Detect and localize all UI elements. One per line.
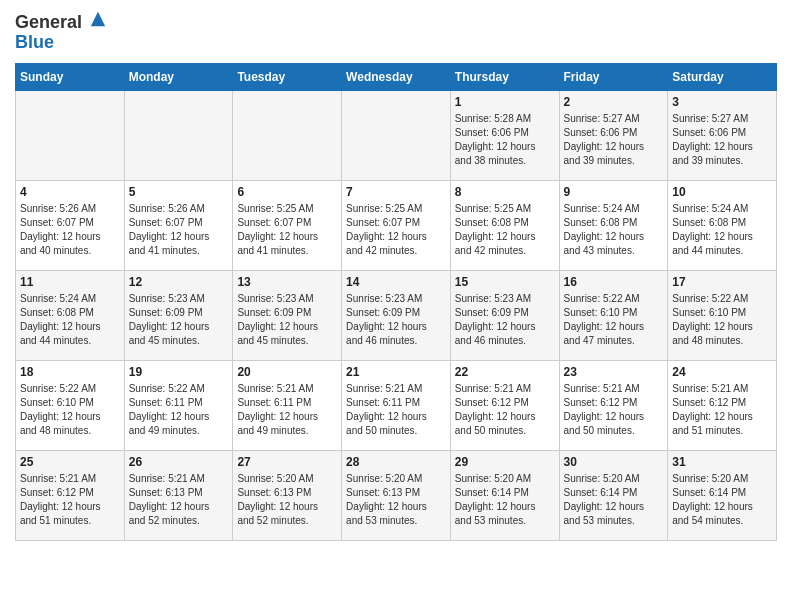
- calendar-cell: 17Sunrise: 5:22 AM Sunset: 6:10 PM Dayli…: [668, 270, 777, 360]
- calendar-cell: 10Sunrise: 5:24 AM Sunset: 6:08 PM Dayli…: [668, 180, 777, 270]
- day-number: 22: [455, 365, 555, 379]
- calendar-cell: 29Sunrise: 5:20 AM Sunset: 6:14 PM Dayli…: [450, 450, 559, 540]
- logo-blue: Blue: [15, 32, 54, 52]
- week-row-1: 1Sunrise: 5:28 AM Sunset: 6:06 PM Daylig…: [16, 90, 777, 180]
- logo: General Blue: [15, 10, 107, 53]
- day-info: Sunrise: 5:20 AM Sunset: 6:14 PM Dayligh…: [564, 472, 664, 528]
- day-info: Sunrise: 5:28 AM Sunset: 6:06 PM Dayligh…: [455, 112, 555, 168]
- header: General Blue: [15, 10, 777, 53]
- day-number: 19: [129, 365, 229, 379]
- day-number: 13: [237, 275, 337, 289]
- day-info: Sunrise: 5:24 AM Sunset: 6:08 PM Dayligh…: [20, 292, 120, 348]
- calendar-cell: 21Sunrise: 5:21 AM Sunset: 6:11 PM Dayli…: [342, 360, 451, 450]
- day-info: Sunrise: 5:21 AM Sunset: 6:12 PM Dayligh…: [564, 382, 664, 438]
- weekday-header-thursday: Thursday: [450, 63, 559, 90]
- day-number: 23: [564, 365, 664, 379]
- calendar-cell: 1Sunrise: 5:28 AM Sunset: 6:06 PM Daylig…: [450, 90, 559, 180]
- calendar-cell: 24Sunrise: 5:21 AM Sunset: 6:12 PM Dayli…: [668, 360, 777, 450]
- logo-general: General: [15, 12, 82, 32]
- day-info: Sunrise: 5:27 AM Sunset: 6:06 PM Dayligh…: [564, 112, 664, 168]
- day-number: 2: [564, 95, 664, 109]
- calendar-cell: 27Sunrise: 5:20 AM Sunset: 6:13 PM Dayli…: [233, 450, 342, 540]
- weekday-header-sunday: Sunday: [16, 63, 125, 90]
- week-row-4: 18Sunrise: 5:22 AM Sunset: 6:10 PM Dayli…: [16, 360, 777, 450]
- day-number: 18: [20, 365, 120, 379]
- day-info: Sunrise: 5:21 AM Sunset: 6:11 PM Dayligh…: [346, 382, 446, 438]
- day-number: 12: [129, 275, 229, 289]
- day-number: 14: [346, 275, 446, 289]
- day-info: Sunrise: 5:21 AM Sunset: 6:12 PM Dayligh…: [672, 382, 772, 438]
- calendar-cell: 19Sunrise: 5:22 AM Sunset: 6:11 PM Dayli…: [124, 360, 233, 450]
- calendar-cell: 3Sunrise: 5:27 AM Sunset: 6:06 PM Daylig…: [668, 90, 777, 180]
- calendar-cell: 26Sunrise: 5:21 AM Sunset: 6:13 PM Dayli…: [124, 450, 233, 540]
- day-info: Sunrise: 5:22 AM Sunset: 6:10 PM Dayligh…: [20, 382, 120, 438]
- calendar-cell: 25Sunrise: 5:21 AM Sunset: 6:12 PM Dayli…: [16, 450, 125, 540]
- day-number: 8: [455, 185, 555, 199]
- calendar-cell: 7Sunrise: 5:25 AM Sunset: 6:07 PM Daylig…: [342, 180, 451, 270]
- day-info: Sunrise: 5:26 AM Sunset: 6:07 PM Dayligh…: [129, 202, 229, 258]
- calendar-cell: 11Sunrise: 5:24 AM Sunset: 6:08 PM Dayli…: [16, 270, 125, 360]
- day-info: Sunrise: 5:25 AM Sunset: 6:07 PM Dayligh…: [346, 202, 446, 258]
- calendar-cell: 30Sunrise: 5:20 AM Sunset: 6:14 PM Dayli…: [559, 450, 668, 540]
- week-row-3: 11Sunrise: 5:24 AM Sunset: 6:08 PM Dayli…: [16, 270, 777, 360]
- day-info: Sunrise: 5:24 AM Sunset: 6:08 PM Dayligh…: [564, 202, 664, 258]
- svg-marker-0: [91, 12, 105, 26]
- weekday-header-row: SundayMondayTuesdayWednesdayThursdayFrid…: [16, 63, 777, 90]
- day-number: 31: [672, 455, 772, 469]
- day-info: Sunrise: 5:21 AM Sunset: 6:11 PM Dayligh…: [237, 382, 337, 438]
- logo-icon: [89, 10, 107, 28]
- day-number: 21: [346, 365, 446, 379]
- calendar-cell: 16Sunrise: 5:22 AM Sunset: 6:10 PM Dayli…: [559, 270, 668, 360]
- day-number: 17: [672, 275, 772, 289]
- day-info: Sunrise: 5:23 AM Sunset: 6:09 PM Dayligh…: [237, 292, 337, 348]
- day-number: 26: [129, 455, 229, 469]
- day-info: Sunrise: 5:22 AM Sunset: 6:11 PM Dayligh…: [129, 382, 229, 438]
- calendar-cell: 22Sunrise: 5:21 AM Sunset: 6:12 PM Dayli…: [450, 360, 559, 450]
- day-info: Sunrise: 5:27 AM Sunset: 6:06 PM Dayligh…: [672, 112, 772, 168]
- day-number: 6: [237, 185, 337, 199]
- calendar-cell: 9Sunrise: 5:24 AM Sunset: 6:08 PM Daylig…: [559, 180, 668, 270]
- calendar-cell: 6Sunrise: 5:25 AM Sunset: 6:07 PM Daylig…: [233, 180, 342, 270]
- day-info: Sunrise: 5:22 AM Sunset: 6:10 PM Dayligh…: [672, 292, 772, 348]
- day-number: 4: [20, 185, 120, 199]
- day-info: Sunrise: 5:20 AM Sunset: 6:14 PM Dayligh…: [455, 472, 555, 528]
- week-row-2: 4Sunrise: 5:26 AM Sunset: 6:07 PM Daylig…: [16, 180, 777, 270]
- calendar-cell: 20Sunrise: 5:21 AM Sunset: 6:11 PM Dayli…: [233, 360, 342, 450]
- calendar-cell: [342, 90, 451, 180]
- calendar-cell: [233, 90, 342, 180]
- day-number: 16: [564, 275, 664, 289]
- calendar-cell: 13Sunrise: 5:23 AM Sunset: 6:09 PM Dayli…: [233, 270, 342, 360]
- day-number: 10: [672, 185, 772, 199]
- weekday-header-wednesday: Wednesday: [342, 63, 451, 90]
- calendar-cell: 18Sunrise: 5:22 AM Sunset: 6:10 PM Dayli…: [16, 360, 125, 450]
- day-number: 9: [564, 185, 664, 199]
- calendar-cell: 5Sunrise: 5:26 AM Sunset: 6:07 PM Daylig…: [124, 180, 233, 270]
- day-number: 7: [346, 185, 446, 199]
- weekday-header-tuesday: Tuesday: [233, 63, 342, 90]
- calendar-table: SundayMondayTuesdayWednesdayThursdayFrid…: [15, 63, 777, 541]
- day-info: Sunrise: 5:21 AM Sunset: 6:12 PM Dayligh…: [20, 472, 120, 528]
- day-info: Sunrise: 5:23 AM Sunset: 6:09 PM Dayligh…: [455, 292, 555, 348]
- day-number: 24: [672, 365, 772, 379]
- weekday-header-monday: Monday: [124, 63, 233, 90]
- day-number: 20: [237, 365, 337, 379]
- day-number: 29: [455, 455, 555, 469]
- calendar-container: General Blue SundayMondayTuesdayWednesda…: [0, 0, 792, 551]
- calendar-cell: 12Sunrise: 5:23 AM Sunset: 6:09 PM Dayli…: [124, 270, 233, 360]
- day-info: Sunrise: 5:20 AM Sunset: 6:13 PM Dayligh…: [346, 472, 446, 528]
- day-info: Sunrise: 5:25 AM Sunset: 6:07 PM Dayligh…: [237, 202, 337, 258]
- day-number: 27: [237, 455, 337, 469]
- day-info: Sunrise: 5:23 AM Sunset: 6:09 PM Dayligh…: [346, 292, 446, 348]
- day-number: 5: [129, 185, 229, 199]
- week-row-5: 25Sunrise: 5:21 AM Sunset: 6:12 PM Dayli…: [16, 450, 777, 540]
- calendar-cell: 28Sunrise: 5:20 AM Sunset: 6:13 PM Dayli…: [342, 450, 451, 540]
- day-info: Sunrise: 5:23 AM Sunset: 6:09 PM Dayligh…: [129, 292, 229, 348]
- calendar-cell: 4Sunrise: 5:26 AM Sunset: 6:07 PM Daylig…: [16, 180, 125, 270]
- day-number: 28: [346, 455, 446, 469]
- calendar-cell: 14Sunrise: 5:23 AM Sunset: 6:09 PM Dayli…: [342, 270, 451, 360]
- weekday-header-saturday: Saturday: [668, 63, 777, 90]
- day-info: Sunrise: 5:20 AM Sunset: 6:14 PM Dayligh…: [672, 472, 772, 528]
- day-info: Sunrise: 5:20 AM Sunset: 6:13 PM Dayligh…: [237, 472, 337, 528]
- day-info: Sunrise: 5:21 AM Sunset: 6:13 PM Dayligh…: [129, 472, 229, 528]
- calendar-cell: 31Sunrise: 5:20 AM Sunset: 6:14 PM Dayli…: [668, 450, 777, 540]
